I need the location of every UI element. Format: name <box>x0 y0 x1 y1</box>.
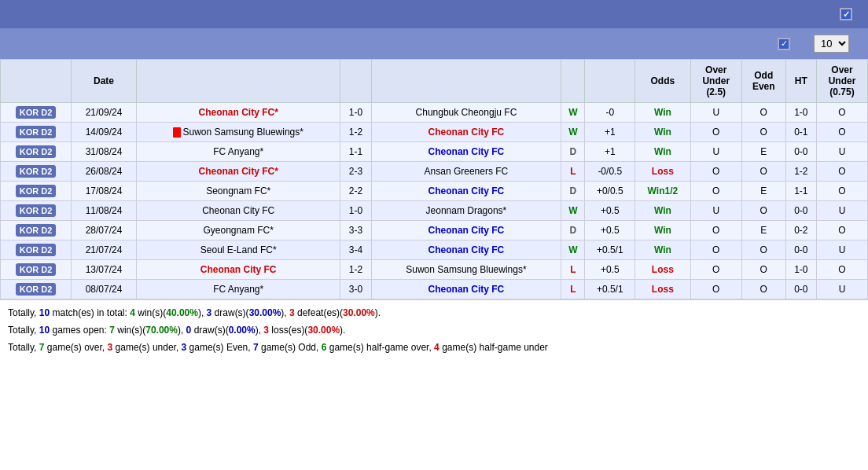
league-badge: KOR D2 <box>16 185 57 197</box>
result-badge: W <box>568 205 577 216</box>
cell-over-under: U <box>690 103 741 123</box>
cell-team2: Cheonan City FC <box>371 221 561 241</box>
table-row: KOR D2 17/08/24 Seongnam FC* 2-2 Cheonan… <box>1 182 868 201</box>
league-badge: KOR D2 <box>16 165 57 178</box>
cell-handicap: +0/0.5 <box>585 182 635 201</box>
cell-odds: Win <box>634 142 690 162</box>
cell-odds: Win <box>634 221 690 241</box>
team2-name: Cheonan City FC <box>428 185 505 196</box>
table-row: KOR D2 13/07/24 Cheonan City FC 1-2 Suwo… <box>1 260 868 280</box>
cell-team1: Cheonan City FC <box>136 260 340 280</box>
cell-over-under2: U <box>816 201 867 221</box>
team1-name: Suwon Samsung Bluewings* <box>182 127 303 138</box>
cell-date: 28/07/24 <box>72 221 137 241</box>
team1-name: Gyeongnam FC* <box>204 225 274 236</box>
cell-result: W <box>561 201 585 221</box>
cell-odds: Win <box>634 123 690 142</box>
cell-odds: Win1/2 <box>634 182 690 201</box>
games-count-select[interactable]: 10 5 20 <box>814 35 849 53</box>
odds-value: Win <box>654 127 671 138</box>
cell-league: KOR D2 <box>1 260 72 280</box>
cell-team1: Gyeongnam FC* <box>136 221 340 241</box>
cell-over-under2: O <box>816 162 867 182</box>
col-odds: Odds <box>634 60 690 103</box>
cell-team1: Seoul E-Land FC* <box>136 241 340 260</box>
cell-odds: Win <box>634 201 690 221</box>
odds-value: Win1/2 <box>648 185 679 196</box>
display-notes-checkbox[interactable]: ✓ <box>840 8 852 20</box>
cell-team1: FC Anyang* <box>136 280 340 299</box>
col-ht: HT <box>785 60 816 103</box>
cell-result: L <box>561 162 585 182</box>
league-checkbox[interactable]: ✓ <box>778 38 790 50</box>
summary-line: Totally, 7 game(s) over, 3 game(s) under… <box>8 340 860 357</box>
cell-over-under2: O <box>816 103 867 123</box>
cell-result: W <box>561 241 585 260</box>
cell-team1: Suwon Samsung Bluewings* <box>136 123 340 142</box>
result-badge: L <box>570 264 576 275</box>
scores-table: Date Odds OverUnder(2.5) OddEven HT Over… <box>0 59 868 299</box>
cell-over-under2: O <box>816 182 867 201</box>
cell-odd-even: E <box>741 142 785 162</box>
page-header: ✓ <box>0 0 868 28</box>
cell-handicap: +0.5 <box>585 201 635 221</box>
odds-value: Loss <box>652 284 674 295</box>
cell-odds: Win <box>634 103 690 123</box>
result-badge: D <box>570 225 577 236</box>
cell-handicap: +0.5 <box>585 260 635 280</box>
result-badge: L <box>570 166 576 177</box>
cell-date: 13/07/24 <box>72 260 137 280</box>
summary-line: Totally, 10 games open: 7 win(s)(70.00%)… <box>8 322 860 340</box>
cell-score: 3-3 <box>340 221 371 241</box>
cell-date: 21/09/24 <box>72 103 137 123</box>
display-notes-section: ✓ <box>840 8 857 20</box>
col-over-under-075: OverUnder(0.75) <box>816 60 867 103</box>
cell-ht: 0-2 <box>785 221 816 241</box>
cell-odds: Loss <box>634 260 690 280</box>
cell-ht: 0-0 <box>785 142 816 162</box>
cell-score: 1-2 <box>340 260 371 280</box>
col-over-under-25: OverUnder(2.5) <box>690 60 741 103</box>
cell-ht: 1-2 <box>785 162 816 182</box>
team2-name: Cheonan City FC <box>428 225 505 236</box>
odds-value: Win <box>654 146 671 157</box>
cell-result: D <box>561 182 585 201</box>
cell-team2: Jeonnam Dragons* <box>371 201 561 221</box>
cell-result: W <box>561 103 585 123</box>
cell-handicap: +0.5 <box>585 221 635 241</box>
team2-name: Chungbuk Cheongju FC <box>416 107 517 118</box>
table-row: KOR D2 14/09/24 Suwon Samsung Bluewings*… <box>1 123 868 142</box>
filter-bar: ✓ 10 5 20 <box>0 28 868 59</box>
cell-date: 26/08/24 <box>72 162 137 182</box>
league-badge: KOR D2 <box>16 244 57 256</box>
cell-team2: Chungbuk Cheongju FC <box>371 103 561 123</box>
summary-line: Totally, 10 match(es) in total: 4 win(s)… <box>8 305 860 322</box>
cell-handicap: +1 <box>585 123 635 142</box>
league-badge: KOR D2 <box>16 106 57 119</box>
cell-date: 21/07/24 <box>72 241 137 260</box>
cell-ht: 1-0 <box>785 260 816 280</box>
table-row: KOR D2 21/09/24 Cheonan City FC* 1-0 Chu… <box>1 103 868 123</box>
team1-name: Cheonan City FC <box>200 264 277 275</box>
league-badge: KOR D2 <box>16 204 57 217</box>
cell-score: 1-0 <box>340 103 371 123</box>
cell-league: KOR D2 <box>1 182 72 201</box>
cell-odds: Loss <box>634 280 690 299</box>
col-team2 <box>371 60 561 103</box>
cell-ht: 0-0 <box>785 241 816 260</box>
cell-result: D <box>561 221 585 241</box>
cell-score: 3-4 <box>340 241 371 260</box>
cell-odd-even: O <box>741 280 785 299</box>
table-row: KOR D2 11/08/24 Cheonan City FC 1-0 Jeon… <box>1 201 868 221</box>
cell-handicap: +0.5/1 <box>585 241 635 260</box>
cell-score: 1-2 <box>340 123 371 142</box>
cell-odd-even: O <box>741 260 785 280</box>
cell-league: KOR D2 <box>1 241 72 260</box>
team1-name: FC Anyang* <box>213 284 263 295</box>
cell-league: KOR D2 <box>1 221 72 241</box>
cell-odd-even: O <box>741 123 785 142</box>
col-team1 <box>136 60 340 103</box>
odds-value: Win <box>654 205 671 216</box>
cell-league: KOR D2 <box>1 142 72 162</box>
cell-odd-even: O <box>741 201 785 221</box>
